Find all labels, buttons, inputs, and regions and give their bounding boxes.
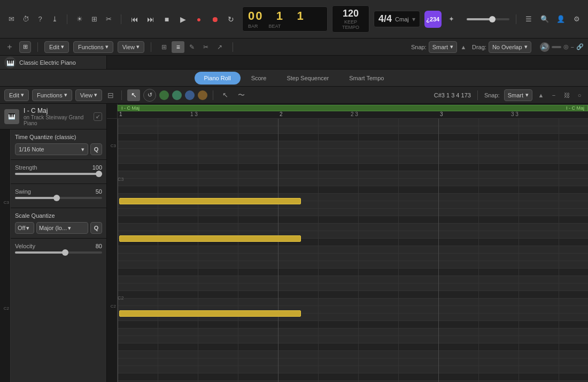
- pr-color-tool-3[interactable]: [185, 90, 195, 100]
- bar-label: BAR: [248, 24, 258, 29]
- user-icon[interactable]: 👤: [555, 13, 567, 25]
- pr-snap-select[interactable]: Smart ▾: [504, 89, 532, 101]
- velocity-label: Velocity: [15, 243, 35, 249]
- velocity-thumb[interactable]: [62, 249, 68, 256]
- scissors-view-icon[interactable]: ✂: [199, 41, 212, 53]
- scale-value-select[interactable]: Major (lo... ▾: [36, 222, 88, 234]
- quantize-title: Time Quantize (classic): [15, 134, 102, 140]
- tab-score[interactable]: Score: [242, 72, 276, 85]
- tempo-display[interactable]: 120 KEEP TEMPO: [332, 5, 369, 33]
- add-track-button[interactable]: +: [4, 42, 15, 52]
- pr-chain-icon[interactable]: ⛓: [562, 91, 571, 100]
- play-button[interactable]: ▶: [176, 12, 190, 26]
- bar-display: 00 1 1 BAR BEAT: [248, 9, 305, 29]
- loop-region-button[interactable]: ⊞: [19, 41, 31, 53]
- track-lane-name: Classic Electric Piano: [19, 59, 76, 66]
- quantize-note-select[interactable]: 1/16 Note ▾: [15, 143, 88, 155]
- note-2[interactable]: [119, 235, 301, 242]
- top-toolbar: ✉ ⏱ ? ⤓ ☀ ⊞ ✂ ⏮ ⏭ ■ ▶ ● ⏺ ↻ 00 1 1: [0, 0, 588, 39]
- ruler-offset: [107, 104, 118, 118]
- record-arm-button[interactable]: ⏺: [208, 12, 222, 26]
- c2-label-side: C2: [4, 306, 9, 311]
- c3-label-side: C3: [4, 200, 9, 205]
- view-menu[interactable]: View ▾: [118, 41, 145, 53]
- help-icon[interactable]: ?: [34, 13, 46, 25]
- pr-edit-dropdown-icon: ▾: [21, 91, 24, 98]
- drag-select[interactable]: No Overlap ▾: [489, 41, 531, 53]
- note-3[interactable]: [119, 310, 301, 317]
- list-icon[interactable]: ☰: [523, 13, 535, 25]
- cycle-button[interactable]: ↻: [224, 12, 238, 26]
- sun-icon[interactable]: ☀: [74, 13, 86, 25]
- audio-icon[interactable]: 🔊: [540, 42, 550, 52]
- pr-color-tool-2[interactable]: [172, 90, 182, 100]
- star-icon[interactable]: ✦: [446, 13, 458, 25]
- list-view-icon[interactable]: ≡: [172, 41, 184, 53]
- pr-snap-dropdown-icon: ▾: [525, 91, 529, 98]
- search-icon[interactable]: 🔍: [539, 13, 551, 25]
- record-button[interactable]: ●: [192, 12, 206, 26]
- track-info: I - C Maj on Track Steinway Grand Piano: [24, 107, 89, 126]
- pencil-icon[interactable]: ✎: [185, 41, 198, 53]
- drag-dropdown-icon: ▾: [524, 43, 528, 50]
- snap-select[interactable]: Smart ▾: [429, 41, 457, 53]
- pr-pointer-tool[interactable]: ↖: [127, 89, 140, 101]
- gear-icon[interactable]: ⚙: [571, 13, 583, 25]
- pr-bend-tool[interactable]: 〜: [235, 89, 247, 101]
- time-display: 00 1 1 BAR BEAT: [242, 6, 328, 32]
- pr-color-tool-4[interactable]: [198, 90, 207, 100]
- pr-functions-menu[interactable]: Functions ▾: [32, 89, 72, 101]
- pr-loop-tool[interactable]: ↺: [143, 89, 156, 102]
- link-icon[interactable]: 🔗: [576, 43, 584, 50]
- track-header: 🎹 I - C Maj on Track Steinway Grand Pian…: [0, 104, 106, 129]
- pr-cursor-tool[interactable]: ↖: [219, 89, 231, 101]
- edit-menu[interactable]: Edit ▾: [44, 41, 69, 53]
- ruler-area: I - C Maj I - C Maj 1 1 3 2 2 3 3 3 3 4: [118, 104, 588, 118]
- velocity-slider[interactable]: [15, 251, 102, 254]
- snap-group: Snap: Smart ▾ ▲: [411, 41, 468, 53]
- scale-q-button[interactable]: Q: [90, 222, 102, 234]
- sliders-icon[interactable]: ⊞: [88, 13, 100, 25]
- clock-icon[interactable]: ⏱: [20, 13, 32, 25]
- track-collapse-button[interactable]: ↙: [94, 112, 102, 121]
- beat-3-3: 3 3: [511, 111, 519, 117]
- piano-keys-sidebar: C3 C2: [0, 129, 11, 382]
- tempo-value: 120: [337, 8, 365, 19]
- tab-step-sequencer[interactable]: Step Sequencer: [277, 72, 338, 85]
- signature-display[interactable]: 4/4 Cmaj ▾: [374, 11, 420, 27]
- pr-color-tool-1[interactable]: [159, 90, 169, 100]
- beat-2: 2: [280, 111, 283, 117]
- arrow-icon[interactable]: ↗: [213, 41, 226, 53]
- message-icon[interactable]: ✉: [5, 13, 17, 25]
- download-icon[interactable]: ⤓: [49, 13, 60, 25]
- note-1[interactable]: [119, 198, 301, 204]
- volume-thumb[interactable]: [489, 16, 496, 22]
- tab-smart-tempo[interactable]: Smart Tempo: [339, 72, 393, 85]
- velocity-fill: [15, 251, 64, 254]
- edit-dropdown-icon: ▾: [61, 43, 64, 50]
- stop-button[interactable]: ■: [160, 12, 174, 26]
- forward-button[interactable]: ⏭: [144, 12, 158, 26]
- pr-edit-menu[interactable]: Edit ▾: [4, 89, 29, 101]
- pr-link-icon[interactable]: −: [550, 91, 558, 100]
- volume-slider[interactable]: [467, 18, 509, 20]
- swing-slider[interactable]: [15, 197, 102, 199]
- piano-roll-area: I - C Maj I - C Maj 1 1 3 2 2 3 3 3 3 4: [107, 104, 588, 382]
- swing-thumb[interactable]: [53, 195, 60, 201]
- pr-snap-up[interactable]: ▲: [537, 91, 545, 100]
- scale-off-select[interactable]: Off ▾: [15, 222, 34, 234]
- rewind-button[interactable]: ⏮: [128, 12, 142, 26]
- scissors-icon[interactable]: ✂: [103, 13, 114, 25]
- grid-container[interactable]: C3 C2: [118, 119, 588, 382]
- avatar-button[interactable]: ¿234: [424, 11, 442, 28]
- pr-settings-icon[interactable]: ⊟: [105, 90, 116, 101]
- pr-more-icon[interactable]: ○: [575, 91, 584, 100]
- tab-piano-roll[interactable]: Piano Roll: [195, 72, 241, 85]
- quantize-q-button[interactable]: Q: [90, 143, 102, 155]
- strength-slider[interactable]: [15, 173, 102, 175]
- pr-view-menu[interactable]: View ▾: [75, 89, 103, 101]
- strength-thumb[interactable]: [96, 171, 102, 177]
- snap-up-icon[interactable]: ▲: [459, 43, 468, 51]
- grid-view-icon[interactable]: ⊞: [158, 41, 171, 53]
- functions-menu[interactable]: Functions ▾: [73, 41, 113, 53]
